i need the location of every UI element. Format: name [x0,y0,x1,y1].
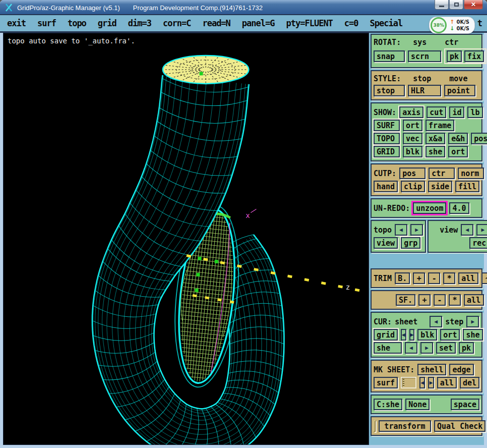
cutp-ctr-button[interactable]: ctr [429,167,455,179]
scrn-button[interactable]: scrn [408,50,441,62]
rotat-sys-label[interactable]: sys [413,38,427,47]
topo-next-button[interactable]: ▶ [410,224,423,236]
pk-button[interactable]: pk [447,50,462,62]
snap-button[interactable]: snap [374,50,405,62]
show-lb-button[interactable]: lb [467,106,482,118]
show-pos-button[interactable]: pos [471,133,487,144]
show-surf-button[interactable]: SURF [374,120,400,131]
trim-sf-plus-button[interactable]: + [418,294,431,306]
net-speed-widget[interactable]: 38% ↑ 0K/S ↓ 0K/S [429,17,475,34]
nav-view-button[interactable]: view [374,237,398,249]
show-topo-button[interactable]: TOPO [374,133,400,144]
minimize-button[interactable] [435,0,449,10]
trim-b-minus-button[interactable]: - [428,272,440,284]
space-button[interactable]: space [451,399,479,410]
cur-sheet-next-button[interactable]: ▶ [466,316,479,327]
shell-button[interactable]: shell [417,364,446,375]
menu-item-special[interactable]: Special [370,18,403,28]
style-move-label[interactable]: move [449,74,467,83]
titlebar[interactable]: GridPro/az-Graphic Manager (v5.1) Progra… [0,0,487,14]
trim-b-tilde-button[interactable]: ~ [481,272,487,284]
menu-item-exit[interactable]: exit [7,18,26,28]
show-grid-button[interactable]: GRID [374,146,400,157]
style-stop-label[interactable]: stop [413,74,431,83]
view-prev-button[interactable]: ◀ [461,224,473,236]
menu-item-panel-g[interactable]: panel=G [242,18,275,28]
show-cut-button[interactable]: cut [427,106,446,118]
show-frame-button[interactable]: frame [425,120,454,131]
cur-she-next-button[interactable]: ▶ [420,342,433,354]
menu-item-hidden[interactable]: t [477,18,482,28]
menu-item-topo[interactable]: topo [68,18,86,28]
cur-grid-prev-button[interactable]: ◀ [401,329,406,341]
menu-item-surf[interactable]: surf [37,18,56,28]
show-blk-button[interactable]: blk [403,146,422,157]
cur-blk-button[interactable]: blk [417,329,437,341]
trim-b-all-button[interactable]: all [458,272,478,284]
cur-set-button[interactable]: set [436,342,456,354]
mksheet-all-button[interactable]: all [437,377,457,388]
fix-button[interactable]: fix [464,50,484,62]
rec-button[interactable]: rec [469,237,487,249]
mksheet-del-button[interactable]: del [460,377,479,388]
mksheet-next-button[interactable]: ▶ [428,377,434,388]
show-vec-button[interactable]: vec [403,133,422,144]
stop-button[interactable]: stop [374,85,405,96]
trim-b-button[interactable]: B. [395,272,410,284]
cur-she2-button[interactable]: she [374,342,402,354]
cur-she-prev-button[interactable]: ◀ [405,342,417,354]
topo-prev-button[interactable]: ◀ [395,224,407,236]
nav-grp-button[interactable]: grp [401,237,420,249]
cutp-side-button[interactable]: side [428,181,452,192]
cur-ort-button[interactable]: ort [440,329,460,341]
mksheet-surf-button[interactable]: surf [374,377,398,388]
cur-pk-button[interactable]: pk [459,342,474,354]
show-surf-ort-button[interactable]: ort [403,120,422,131]
trim-sf-button[interactable]: SF. [396,294,415,306]
trim-sf-minus-button[interactable]: - [434,294,446,306]
unzoom-button[interactable]: unzoom [413,202,446,214]
show-she-button[interactable]: she [425,146,445,157]
cutp-norm-button[interactable]: norm [458,167,484,179]
cutp-pos-button[interactable]: pos [399,167,425,179]
menu-item-pty-fluent[interactable]: pty=FLUENT [286,18,333,28]
show-id-button[interactable]: id [449,106,464,118]
blank-chip[interactable] [374,420,376,432]
hlr-button[interactable]: HLR [408,85,441,96]
show-axis-button[interactable]: axis [399,106,423,118]
viewport-3d[interactable]: topo auto save to '_auto.fra'. zx [3,33,369,445]
cshe-button[interactable]: C:she [374,399,402,410]
menu-item-dim-3[interactable]: dim=3 [128,18,151,28]
zoom-factor-button[interactable]: 4.0 [449,202,469,214]
trim-sf-star-button[interactable]: * [449,294,461,306]
cur-grid-button[interactable]: grid [374,329,398,341]
trim-sf-all-button[interactable]: all [464,294,484,306]
cutp-fill-button[interactable]: fill [455,181,479,192]
download-arrow-icon: ↓ [450,25,454,32]
cur-sheet-prev-button[interactable]: ◀ [430,316,442,327]
none-button[interactable]: None [405,399,430,410]
view-next-button[interactable]: ▶ [476,224,487,236]
rotat-ctr-label[interactable]: ctr [445,38,458,47]
menu-item-read-n[interactable]: read=N [202,18,230,28]
maximize-button[interactable] [449,0,463,10]
sheet-input[interactable] [401,377,416,388]
edge-button[interactable]: edge [449,364,473,375]
menu-item-grid[interactable]: grid [98,18,116,28]
menu-item-corn-c[interactable]: corn=C [163,18,191,28]
transform-button[interactable]: transform [379,420,431,432]
show-eh-button[interactable]: e&h [448,133,468,144]
qual-check-button[interactable]: Qual Check [434,420,485,432]
show-grid-ort-button[interactable]: ort [448,146,468,157]
close-button[interactable]: ✕ [464,0,483,10]
trim-b-star-button[interactable]: * [443,272,455,284]
menu-item-c-0[interactable]: c=0 [344,18,358,28]
cur-she-button[interactable]: she [463,329,482,341]
cur-grid-next-button[interactable]: ▶ [409,329,415,341]
show-xa-button[interactable]: x&a [425,133,445,144]
mksheet-prev-button[interactable]: ◀ [419,377,425,388]
trim-b-plus-button[interactable]: + [413,272,425,284]
cutp-clip-button[interactable]: clip [401,181,425,192]
cutp-hand-button[interactable]: hand [374,181,398,192]
point-button[interactable]: point [444,85,475,96]
